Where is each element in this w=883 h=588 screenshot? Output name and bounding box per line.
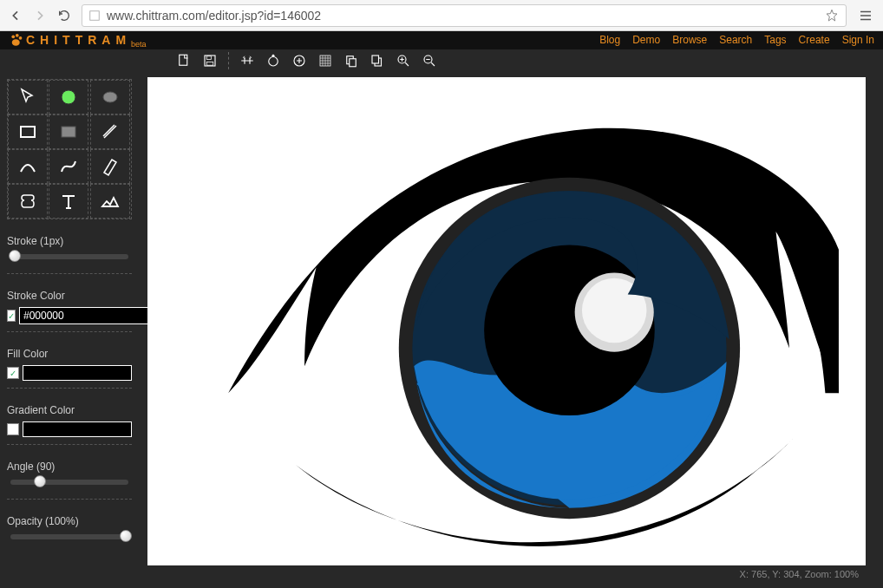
status-text: X: 765, Y: 304, Zoom: 100% xyxy=(740,569,859,579)
opacity-section: Opacity (100%) xyxy=(7,515,132,553)
app: CHITTRAM beta Blog Demo Browse Search Ta… xyxy=(0,31,883,588)
pen-tool[interactable] xyxy=(90,149,130,184)
arc-tool[interactable] xyxy=(8,149,48,184)
svg-rect-8 xyxy=(206,62,213,65)
svg-point-19 xyxy=(103,92,117,102)
fill-color-label: Fill Color xyxy=(7,348,132,360)
svg-rect-5 xyxy=(180,55,187,65)
gradient-label: Gradient Color xyxy=(7,404,132,416)
svg-rect-15 xyxy=(372,56,379,63)
stroke-slider[interactable] xyxy=(10,254,128,259)
svg-point-18 xyxy=(62,90,75,104)
fill-color-swatch[interactable] xyxy=(23,365,132,381)
canvas-area: X: 765, Y: 304, Zoom: 100% xyxy=(139,72,883,588)
svg-rect-13 xyxy=(350,59,356,67)
gradient-check[interactable] xyxy=(7,423,19,435)
back-button[interactable] xyxy=(5,5,26,26)
fill-color-section: Fill Color ✓ xyxy=(7,348,132,389)
opacity-slider-thumb[interactable] xyxy=(120,530,132,542)
app-header: CHITTRAM beta Blog Demo Browse Search Ta… xyxy=(0,31,883,49)
grid-button[interactable] xyxy=(315,50,336,71)
svg-rect-6 xyxy=(205,56,215,66)
add-circle-button[interactable] xyxy=(289,50,310,71)
image-tool[interactable] xyxy=(90,184,130,219)
separator xyxy=(228,52,229,69)
svg-point-9 xyxy=(269,56,278,66)
rect-tool[interactable] xyxy=(8,114,48,149)
stroke-color-section: Stroke Color ✓ xyxy=(7,290,132,332)
reload-button[interactable] xyxy=(54,5,75,26)
eye-drawing xyxy=(147,77,866,565)
copy-button[interactable] xyxy=(341,50,362,71)
nav-tags[interactable]: Tags xyxy=(764,34,786,46)
zoom-in-button[interactable] xyxy=(393,50,414,71)
svg-rect-0 xyxy=(90,10,100,20)
rotate-button[interactable] xyxy=(263,50,284,71)
canvas[interactable] xyxy=(147,77,866,565)
stroke-label: Stroke (1px) xyxy=(7,235,132,247)
circle-tool[interactable] xyxy=(49,80,88,114)
fill-color-check[interactable]: ✓ xyxy=(7,367,19,379)
nav-create[interactable]: Create xyxy=(799,34,830,46)
top-toolbar xyxy=(0,49,883,73)
browser-menu-button[interactable] xyxy=(854,3,878,28)
angle-slider-thumb[interactable] xyxy=(34,475,46,487)
paste-button[interactable] xyxy=(367,50,388,71)
opacity-label: Opacity (100%) xyxy=(7,515,132,527)
nav-links: Blog Demo Browse Search Tags Create Sign… xyxy=(599,34,874,46)
bookmark-star-icon[interactable] xyxy=(823,9,840,23)
gradient-swatch[interactable] xyxy=(23,421,132,437)
angle-slider[interactable] xyxy=(10,480,128,485)
angle-section: Angle (90) xyxy=(7,461,132,500)
zoom-out-button[interactable] xyxy=(419,50,440,71)
shape-tool[interactable] xyxy=(8,184,48,219)
nav-browse[interactable]: Browse xyxy=(672,34,707,46)
tool-grid xyxy=(7,79,132,219)
forward-button[interactable] xyxy=(29,5,50,26)
curve-tool[interactable] xyxy=(49,149,88,184)
svg-rect-21 xyxy=(62,127,75,137)
nav-search[interactable]: Search xyxy=(719,34,752,46)
url-bar[interactable]: www.chittram.com/editor.jsp?id=146002 xyxy=(82,4,847,27)
logo-text: CHITTRAM xyxy=(26,33,131,47)
logo[interactable]: CHITTRAM beta xyxy=(9,31,147,49)
stroke-section: Stroke (1px) xyxy=(7,235,132,274)
url-text: www.chittram.com/editor.jsp?id=146002 xyxy=(107,9,321,23)
logo-beta: beta xyxy=(131,40,147,49)
line-tool[interactable] xyxy=(90,114,130,149)
ellipse-tool[interactable] xyxy=(90,80,130,114)
stroke-color-check[interactable]: ✓ xyxy=(7,310,16,322)
nav-blog[interactable]: Blog xyxy=(599,34,620,46)
browser-chrome: www.chittram.com/editor.jsp?id=146002 xyxy=(0,0,883,31)
save-button[interactable] xyxy=(199,50,220,71)
new-doc-button[interactable] xyxy=(173,50,194,71)
filled-rect-tool[interactable] xyxy=(49,114,88,149)
sidebar: Stroke (1px) Stroke Color ✓ Fill Color ✓ xyxy=(0,72,139,588)
svg-point-2 xyxy=(16,34,19,37)
stroke-color-label: Stroke Color xyxy=(7,290,132,302)
status-bar: X: 765, Y: 304, Zoom: 100% xyxy=(147,565,866,583)
align-button[interactable] xyxy=(237,50,258,71)
gradient-section: Gradient Color xyxy=(7,404,132,445)
svg-point-1 xyxy=(11,36,15,39)
main-area: Stroke (1px) Stroke Color ✓ Fill Color ✓ xyxy=(0,72,883,588)
angle-label: Angle (90) xyxy=(7,461,132,473)
svg-rect-7 xyxy=(206,56,211,60)
stroke-slider-thumb[interactable] xyxy=(9,250,21,262)
select-tool[interactable] xyxy=(8,80,48,114)
opacity-slider[interactable] xyxy=(10,534,128,539)
svg-point-4 xyxy=(12,40,20,47)
svg-rect-20 xyxy=(21,127,35,137)
paw-icon xyxy=(9,32,24,48)
nav-signin[interactable]: Sign In xyxy=(842,34,874,46)
stroke-color-input[interactable] xyxy=(19,307,158,324)
globe-icon xyxy=(88,9,101,23)
text-tool[interactable] xyxy=(49,184,88,219)
nav-demo[interactable]: Demo xyxy=(632,34,660,46)
svg-point-3 xyxy=(19,36,23,40)
